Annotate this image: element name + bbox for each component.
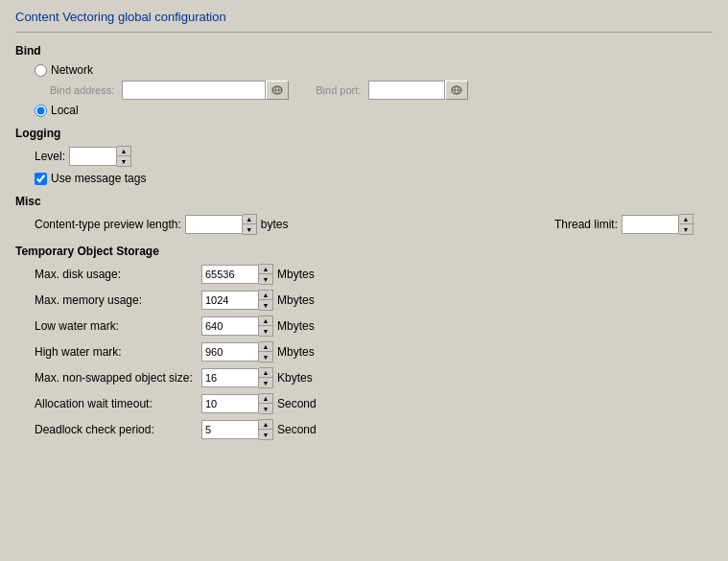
storage-row: High water mark:▲▼Mbytes <box>15 341 713 362</box>
storage-spin-buttons: ▲▼ <box>259 341 273 362</box>
storage-down-button[interactable]: ▼ <box>259 352 272 362</box>
preview-spinbox: 1500 ▲ ▼ <box>185 214 257 235</box>
storage-up-button[interactable]: ▲ <box>259 394 272 404</box>
storage-value-input[interactable] <box>201 342 259 362</box>
storage-up-button[interactable]: ▲ <box>259 420 272 430</box>
level-spinbox: 3 ▲ ▼ <box>69 146 131 167</box>
temp-storage-section: Temporary Object Storage Max. disk usage… <box>15 245 713 440</box>
storage-up-button[interactable]: ▲ <box>259 342 272 352</box>
bind-port-button[interactable] <box>445 81 468 100</box>
thread-up-button[interactable]: ▲ <box>679 215 693 224</box>
storage-spinbox: ▲▼ <box>201 419 273 440</box>
level-spin-buttons: ▲ ▼ <box>117 146 131 167</box>
storage-unit: Second <box>277 397 317 410</box>
message-tags-checkbox[interactable] <box>35 173 47 185</box>
preview-spin-buttons: ▲ ▼ <box>243 214 257 235</box>
storage-fields: Max. disk usage:▲▼MbytesMax. memory usag… <box>15 264 713 440</box>
storage-spin-buttons: ▲▼ <box>259 419 273 440</box>
preview-up-button[interactable]: ▲ <box>243 215 256 224</box>
storage-field-label: High water mark: <box>35 345 198 359</box>
storage-value-input[interactable] <box>201 291 259 310</box>
level-label: Level: <box>35 150 65 163</box>
bind-address-icon <box>270 84 284 96</box>
message-tags-label: Use message tags <box>51 172 146 185</box>
storage-field-label: Low water mark: <box>35 319 198 333</box>
bind-port-label: Bind port: <box>316 84 361 96</box>
local-radio-row: Local <box>15 104 713 117</box>
bind-address-button[interactable] <box>266 81 289 100</box>
thread-spin-buttons: ▲ ▼ <box>679 214 693 235</box>
level-down-button[interactable]: ▼ <box>117 156 130 166</box>
storage-value-input[interactable] <box>201 316 259 336</box>
message-tags-row: Use message tags <box>15 172 713 185</box>
storage-up-button[interactable]: ▲ <box>259 316 272 326</box>
thread-limit-label: Thread limit: <box>554 218 618 231</box>
temp-storage-label: Temporary Object Storage <box>15 245 713 258</box>
preview-input[interactable]: 1500 <box>185 215 243 234</box>
storage-unit: Mbytes <box>277 268 315 281</box>
storage-spinbox: ▲▼ <box>201 290 273 311</box>
preview-group: Content-type preview length: 1500 ▲ ▼ by… <box>35 214 288 235</box>
local-radio[interactable] <box>35 105 47 117</box>
storage-field-label: Allocation wait timeout: <box>35 397 198 410</box>
storage-value-input[interactable] <box>201 394 259 413</box>
storage-up-button[interactable]: ▲ <box>259 265 272 274</box>
storage-down-button[interactable]: ▼ <box>259 378 272 387</box>
bind-address-label: Bind address: <box>50 84 114 96</box>
content-preview-label: Content-type preview length: <box>35 218 181 231</box>
bind-address-input[interactable] <box>122 81 266 100</box>
storage-unit: Second <box>277 423 317 436</box>
bind-port-input[interactable]: 1318 <box>368 81 445 100</box>
misc-label: Misc <box>15 195 713 208</box>
local-label: Local <box>51 104 79 117</box>
storage-row: Max. memory usage:▲▼Mbytes <box>15 290 713 311</box>
bind-port-icon <box>450 84 463 96</box>
storage-down-button[interactable]: ▼ <box>259 404 272 413</box>
storage-spinbox: ▲▼ <box>201 341 273 362</box>
storage-down-button[interactable]: ▼ <box>259 326 272 336</box>
preview-down-button[interactable]: ▼ <box>243 224 256 234</box>
level-input[interactable]: 3 <box>69 147 117 166</box>
storage-spin-buttons: ▲▼ <box>259 264 273 285</box>
title-divider <box>15 32 713 33</box>
storage-field-label: Max. non-swapped object size: <box>35 371 198 385</box>
thread-input[interactable]: 100 <box>622 215 679 234</box>
misc-row: Content-type preview length: 1500 ▲ ▼ by… <box>15 214 713 235</box>
storage-spinbox: ▲▼ <box>201 316 273 337</box>
storage-value-input[interactable] <box>201 368 259 387</box>
storage-value-input[interactable] <box>201 265 259 284</box>
storage-row: Allocation wait timeout:▲▼Second <box>15 393 713 414</box>
thread-down-button[interactable]: ▼ <box>679 224 693 234</box>
storage-spinbox: ▲▼ <box>201 264 273 285</box>
storage-spinbox: ▲▼ <box>201 367 273 388</box>
storage-spin-buttons: ▲▼ <box>259 367 273 388</box>
storage-unit: Mbytes <box>277 293 315 307</box>
bind-port-spinbox: 1318 <box>368 81 468 100</box>
storage-unit: Mbytes <box>277 319 315 333</box>
storage-down-button[interactable]: ▼ <box>259 430 272 439</box>
storage-up-button[interactable]: ▲ <box>259 291 272 300</box>
network-radio[interactable] <box>35 64 47 77</box>
storage-value-input[interactable] <box>201 420 259 439</box>
storage-unit: Kbytes <box>277 371 313 385</box>
storage-field-label: Deadlock check period: <box>35 423 198 436</box>
bind-address-spinbox <box>122 81 289 100</box>
storage-spinbox: ▲▼ <box>201 393 273 414</box>
bind-address-row: Bind address: Bind port: 1318 <box>15 81 713 100</box>
page-title: Content Vectoring global configuration <box>15 10 713 24</box>
storage-row: Low water mark:▲▼Mbytes <box>15 316 713 337</box>
storage-down-button[interactable]: ▼ <box>259 274 272 284</box>
storage-field-label: Max. disk usage: <box>35 268 198 281</box>
thread-limit-group: Thread limit: 100 ▲ ▼ <box>554 214 693 235</box>
page-container: Content Vectoring global configuration B… <box>0 0 728 561</box>
bind-label: Bind <box>15 44 713 58</box>
storage-down-button[interactable]: ▼ <box>259 300 272 310</box>
network-label: Network <box>51 63 93 77</box>
bind-section: Bind Network Bind address: Bind port: 13… <box>15 44 713 117</box>
level-up-button[interactable]: ▲ <box>117 147 130 156</box>
logging-label: Logging <box>15 127 713 140</box>
storage-up-button[interactable]: ▲ <box>259 368 272 378</box>
storage-unit: Mbytes <box>277 345 315 359</box>
storage-field-label: Max. memory usage: <box>35 293 198 307</box>
storage-spin-buttons: ▲▼ <box>259 316 273 337</box>
